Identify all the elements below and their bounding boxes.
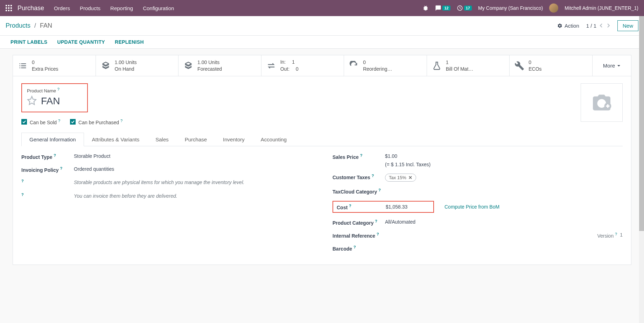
user-menu[interactable]: Mitchell Admin (JUNE_ENTER_1): [565, 5, 638, 11]
can-be-purchased-checkbox[interactable]: Can be Purchased ?: [70, 119, 122, 125]
boxes-icon: [101, 61, 111, 71]
product-type-label: Product Type ?: [21, 153, 74, 160]
topbar-right: 12 17 My Company (San Francisco) Mitchel…: [422, 3, 638, 13]
svg-rect-4: [8, 7, 9, 9]
stat-ecos[interactable]: 0ECOs: [510, 55, 593, 76]
help-icon[interactable]: ?: [377, 232, 379, 236]
messages-badge: 12: [442, 6, 450, 10]
svg-rect-8: [10, 10, 12, 11]
list-icon: [18, 61, 28, 71]
replenish-button[interactable]: REPLENISH: [115, 39, 144, 45]
help-icon[interactable]: ?: [54, 153, 56, 157]
nav-products[interactable]: Products: [80, 5, 100, 11]
stat-extra-prices[interactable]: 0Extra Prices: [13, 55, 96, 76]
compute-price-bom-link[interactable]: Compute Price from BoM: [444, 204, 499, 210]
pager-text: 1 / 1: [586, 23, 596, 29]
version-label: Version ?: [597, 232, 617, 239]
app-name[interactable]: Purchase: [18, 5, 44, 12]
tab-inventory[interactable]: Inventory: [215, 133, 253, 146]
action-button[interactable]: Action: [557, 23, 579, 29]
pager-next[interactable]: [606, 23, 610, 29]
invoicing-policy-value[interactable]: Ordered quantities: [74, 166, 114, 172]
product-checks: Can be Sold ? Can be Purchased ?: [21, 119, 623, 125]
tab-sales[interactable]: Sales: [147, 133, 177, 146]
stat-transfers[interactable]: In:1 Out:0: [261, 55, 344, 76]
svg-rect-2: [10, 5, 12, 6]
help-icon[interactable]: ?: [354, 245, 356, 249]
breadcrumb: Products / FAN: [6, 22, 52, 29]
new-button[interactable]: New: [617, 20, 638, 31]
scrollbar[interactable]: [639, 16, 644, 271]
help-icon[interactable]: ?: [378, 188, 381, 192]
sales-price-value[interactable]: $1.00: [385, 153, 430, 159]
apps-icon[interactable]: [6, 5, 12, 11]
gear-icon: [557, 23, 562, 28]
product-name-label: Product Name ?: [27, 88, 59, 93]
cost-value[interactable]: $1,058.33: [386, 204, 407, 210]
nav-orders[interactable]: Orders: [54, 5, 70, 11]
desc-help2: ?: [21, 192, 74, 199]
help-icon[interactable]: ?: [372, 174, 374, 178]
stat-on-hand[interactable]: 1.00 UnitsOn Hand: [96, 55, 179, 76]
tax-remove-icon[interactable]: ✕: [408, 175, 412, 180]
internal-ref-label: Internal Reference ?: [332, 232, 385, 239]
svg-rect-1: [8, 5, 9, 6]
help-icon[interactable]: ?: [60, 166, 62, 170]
nav-configuration[interactable]: Configuration: [143, 5, 174, 11]
breadcrumb-root[interactable]: Products: [6, 22, 30, 29]
stat-more[interactable]: More: [593, 55, 631, 76]
help-icon[interactable]: ?: [120, 119, 122, 123]
wrench-icon: [514, 61, 524, 71]
help-icon[interactable]: ?: [615, 232, 617, 236]
avatar[interactable]: [549, 3, 558, 13]
print-labels-button[interactable]: PRINT LABELS: [10, 39, 48, 45]
bug-icon[interactable]: [422, 5, 429, 11]
taxcloud-label: TaxCloud Category ?: [332, 188, 385, 195]
stat-reordering[interactable]: 0Reordering…: [344, 55, 427, 76]
nav-reporting[interactable]: Reporting: [110, 5, 133, 11]
activity-icon[interactable]: 17: [457, 5, 472, 11]
update-quantity-button[interactable]: UPDATE QUANTITY: [57, 39, 105, 45]
help-icon[interactable]: ?: [58, 119, 60, 123]
arrows-icon: [266, 61, 276, 71]
sheet-body: Product Name ? FAN Can be Sold ?: [13, 76, 631, 265]
messages-icon[interactable]: 12: [435, 5, 450, 11]
company-selector[interactable]: My Company (San Francisco): [478, 5, 543, 11]
tab-general-information[interactable]: General Information: [21, 133, 84, 146]
product-name[interactable]: FAN: [41, 96, 60, 107]
scrollbar-thumb[interactable]: [639, 16, 644, 231]
tab-attributes-variants[interactable]: Attributes & Variants: [84, 133, 148, 146]
stat-bom[interactable]: 1Bill Of Mat…: [427, 55, 510, 76]
desc-help: ?: [21, 179, 74, 185]
product-type-value[interactable]: Storable Product: [74, 153, 110, 159]
invoice-desc: You can invoice them before they are del…: [74, 192, 177, 200]
help-icon[interactable]: ?: [21, 179, 24, 183]
storable-desc: Storable products are physical items for…: [74, 179, 244, 186]
help-icon[interactable]: ?: [21, 192, 24, 197]
help-icon[interactable]: ?: [375, 219, 377, 223]
version-value: 1: [620, 232, 623, 239]
boxes-icon: [183, 61, 193, 71]
svg-rect-6: [6, 10, 7, 11]
cost-label: Cost ?: [337, 204, 386, 210]
can-be-sold-checkbox[interactable]: Can be Sold ?: [21, 119, 60, 125]
help-icon[interactable]: ?: [360, 153, 363, 157]
tab-purchase[interactable]: Purchase: [177, 133, 215, 146]
tax-tag[interactable]: Tax 15% ✕: [385, 174, 416, 182]
stat-button-bar: 0Extra Prices 1.00 UnitsOn Hand 1.00 Uni…: [13, 55, 631, 76]
tab-accounting[interactable]: Accounting: [253, 133, 295, 146]
help-icon[interactable]: ?: [349, 204, 351, 208]
product-image[interactable]: [581, 83, 623, 122]
svg-rect-7: [8, 10, 9, 11]
refresh-icon: [349, 61, 359, 71]
help-icon[interactable]: ?: [57, 87, 59, 91]
stat-forecasted[interactable]: 1.00 UnitsForecasted: [178, 55, 261, 76]
favorite-star[interactable]: [27, 96, 37, 106]
cost-row-highlight: Cost ? $1,058.33: [332, 201, 434, 213]
product-name-block: Product Name ? FAN: [21, 83, 88, 112]
camera-plus-icon: [589, 92, 614, 113]
form-left-col: Product Type ? Storable Product Invoicin…: [21, 153, 312, 258]
topbar-left: Purchase Orders Products Reporting Confi…: [6, 5, 184, 12]
pager-prev[interactable]: [599, 23, 603, 29]
category-value[interactable]: All/Automated: [385, 219, 415, 225]
